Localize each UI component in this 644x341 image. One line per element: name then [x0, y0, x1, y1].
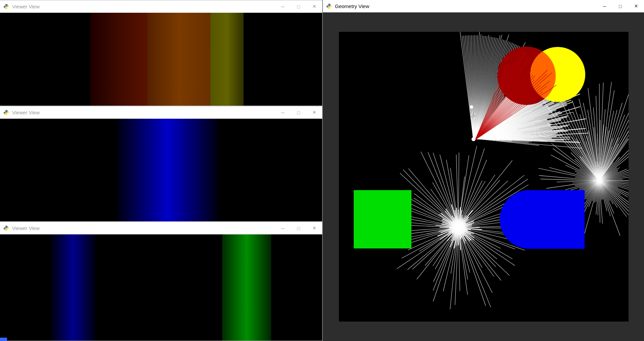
- maximize-button[interactable]: □: [291, 222, 306, 234]
- minimize-button[interactable]: ─: [275, 222, 291, 234]
- titlebar[interactable]: Geometry View ─ □ ×: [323, 0, 644, 12]
- window-title: Viewer View: [12, 4, 40, 9]
- python-icon: [326, 3, 332, 9]
- window-controls: ─ □ ×: [275, 222, 322, 234]
- color-bar: [90, 13, 147, 106]
- green-square: [354, 190, 411, 248]
- viewer-window-1: Viewer View ─ □ ×: [0, 0, 323, 106]
- maximize-button[interactable]: □: [291, 0, 306, 13]
- window-controls: ─ □ ×: [275, 106, 322, 119]
- titlebar[interactable]: Viewer View ─ □ ×: [0, 106, 322, 119]
- python-icon: [3, 110, 9, 115]
- minimize-button[interactable]: ─: [275, 0, 291, 13]
- color-bar: [222, 234, 271, 341]
- geometry-window: Geometry View ─ □ ×: [323, 0, 644, 341]
- window-controls: ─ □ ×: [597, 0, 644, 12]
- minimize-button[interactable]: ─: [275, 106, 291, 119]
- geometry-canvas: [339, 32, 629, 322]
- window-title: Viewer View: [12, 225, 40, 231]
- viewer-canvas-3: [0, 234, 322, 341]
- window-controls: ─ □ ×: [275, 0, 322, 13]
- pivot-dot: [470, 105, 473, 109]
- color-bar: [117, 119, 218, 221]
- close-button[interactable]: ×: [306, 106, 322, 119]
- close-button[interactable]: ×: [306, 0, 322, 13]
- viewer-window-stack: Viewer View ─ □ × Viewer View ─ □ ×: [0, 0, 323, 341]
- close-button[interactable]: ×: [306, 222, 322, 234]
- maximize-button[interactable]: □: [291, 106, 306, 119]
- viewer-canvas-2: [0, 119, 322, 221]
- window-title: Viewer View: [12, 110, 40, 115]
- viewer-window-3: Viewer View ─ □ ×: [0, 222, 323, 341]
- taskbar-peek[interactable]: [0, 338, 7, 341]
- maximize-button[interactable]: □: [612, 0, 628, 12]
- titlebar[interactable]: Viewer View ─ □ ×: [0, 222, 322, 234]
- starburst-core: [456, 225, 461, 230]
- pivot-dot: [597, 178, 602, 183]
- minimize-button[interactable]: ─: [597, 0, 612, 12]
- python-icon: [3, 4, 9, 9]
- pivot-dot: [472, 137, 476, 141]
- color-bar: [210, 13, 244, 106]
- geometry-body: [323, 12, 644, 341]
- titlebar[interactable]: Viewer View ─ □ ×: [0, 0, 322, 13]
- blue-stadium: [500, 190, 585, 249]
- python-icon: [3, 225, 9, 231]
- color-bar: [147, 13, 210, 106]
- color-bar: [51, 234, 95, 341]
- viewer-window-2: Viewer View ─ □ ×: [0, 106, 323, 222]
- close-button[interactable]: ×: [628, 0, 644, 12]
- window-title: Geometry View: [335, 3, 369, 9]
- viewer-canvas-1: [0, 13, 322, 106]
